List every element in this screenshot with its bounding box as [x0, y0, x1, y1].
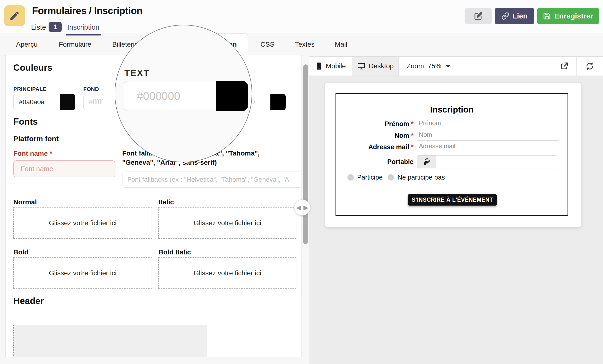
preview-card: Inscription Prénom * Prénom Nom * Nom Ad… [325, 83, 581, 227]
field-input-adresse-mail[interactable]: Adresse mail [417, 142, 559, 152]
app-logo [4, 5, 25, 26]
right-arrow-icon: ▶ [303, 204, 308, 211]
field-input-nom[interactable]: Nom [417, 131, 559, 141]
preview-form: Inscription Prénom * Prénom Nom * Nom Ad… [336, 93, 568, 216]
couleurs-heading: Couleurs [13, 63, 52, 73]
submit-button[interactable]: S'INSCRIRE À L'ÉVÉNEMENT [408, 194, 497, 206]
left-arrow-icon: ◀ [296, 204, 301, 211]
preview-area: Inscription Prénom * Prénom Nom * Nom Ad… [309, 76, 603, 364]
refresh-button[interactable] [576, 57, 603, 76]
tab-formulaire[interactable]: Formulaire [59, 33, 91, 55]
variant-normal-label: Normal [13, 198, 37, 206]
field-required-mark: * [411, 120, 414, 128]
tab-mail[interactable]: Mail [335, 33, 347, 55]
preview-toolbar: Mobile Desktop Zoom: 75% [309, 56, 603, 76]
desktop-toggle-button[interactable]: Desktop [352, 57, 399, 76]
text-color-swatch[interactable] [270, 94, 286, 110]
dropzone-header-image[interactable] [13, 325, 207, 357]
field-label-portable-text: Portable [387, 158, 414, 165]
field-required-mark: * [411, 132, 414, 139]
tab-textes[interactable]: Textes [295, 33, 315, 55]
principale-color-swatch[interactable] [60, 94, 75, 110]
mobile-toggle-button[interactable]: Mobile [309, 57, 352, 76]
font-name-label-text: Font name [13, 150, 48, 157]
tab-css[interactable]: CSS [260, 33, 275, 55]
font-name-required-mark: * [50, 150, 52, 157]
font-fallbacks-input[interactable] [122, 172, 302, 188]
dropzone-italic-text: Glissez votre fichier ici [194, 219, 261, 227]
app-header: Formulaires / Inscription Liste 1 Inscri… [0, 0, 603, 33]
desktop-toggle-label: Desktop [369, 62, 394, 70]
principale-label: PRINCIPALE [13, 86, 47, 92]
share-button[interactable] [552, 57, 576, 76]
save-button[interactable]: Enregistrer [537, 8, 599, 24]
pencil-icon [9, 10, 20, 21]
platform-font-subheading: Platform font [13, 135, 59, 143]
refresh-icon [586, 62, 594, 70]
dropzone-bold[interactable]: Glissez votre fichier ici [13, 257, 152, 289]
field-label-prenom-text: Prénom [385, 120, 409, 128]
field-required-mark: * [411, 143, 414, 151]
lien-button[interactable]: Lien [495, 8, 534, 24]
preview-form-title: Inscription [336, 105, 568, 115]
magnified-text-color-input [124, 81, 216, 111]
font-name-label: Font name * [13, 150, 52, 157]
field-label-nom: Nom * [336, 132, 414, 140]
field-input-prenom[interactable]: Prénom [417, 119, 559, 129]
radio-ne-participe-pas[interactable] [388, 174, 394, 181]
header-section-heading: Header [13, 296, 44, 306]
edit-button[interactable] [465, 8, 492, 24]
magnifier-overlay: TEXT [115, 25, 252, 162]
share-export-icon [560, 62, 568, 70]
smartphone-icon [316, 62, 322, 70]
dropzone-bold-italic[interactable]: Glissez votre fichier ici [158, 257, 296, 289]
dropzone-italic[interactable]: Glissez votre fichier ici [158, 207, 296, 239]
floppy-icon [543, 12, 551, 20]
chevron-down-icon [446, 65, 450, 68]
liste-count-badge: 1 [49, 22, 62, 32]
dropzone-bold-italic-text: Glissez votre fichier ici [194, 269, 261, 277]
magnified-text-color-swatch [216, 81, 248, 111]
variant-bold-label: Bold [13, 248, 28, 256]
radio-ne-participe-pas-label: Ne participe pas [397, 174, 445, 181]
fonts-heading: Fonts [13, 117, 38, 127]
toolbar-spacer [458, 57, 552, 76]
variant-bold-italic-label: Bold Italic [158, 248, 191, 256]
magnified-text-color-label: TEXT [124, 68, 150, 78]
variant-italic-label: Italic [158, 198, 174, 206]
field-input-portable[interactable] [417, 155, 557, 168]
phone-country-selector[interactable] [417, 155, 436, 168]
panel-split-handle[interactable]: ◀ ▶ [294, 200, 310, 215]
mobile-toggle-label: Mobile [326, 62, 346, 70]
edit-square-icon [474, 12, 483, 20]
vertical-scrollbar-thumb[interactable] [303, 64, 308, 244]
page-title: Formulaires / Inscription [32, 5, 142, 16]
radio-participe-label: Participe [357, 174, 383, 181]
dropzone-normal-text: Glissez votre fichier ici [49, 219, 117, 227]
field-label-prenom: Prénom * [336, 120, 414, 128]
dropzone-bold-text: Glissez votre fichier ici [49, 269, 117, 277]
field-label-portable: Portable [336, 158, 414, 166]
preview-panel: Mobile Desktop Zoom: 75% Inscriptio [309, 56, 603, 364]
breadcrumb-inscription[interactable]: Inscription [67, 23, 99, 31]
phone-globe-icon [422, 157, 431, 166]
font-name-input[interactable] [13, 160, 116, 177]
link-icon [501, 12, 509, 20]
monitor-icon [357, 62, 365, 70]
tab-apercu[interactable]: Aperçu [16, 33, 38, 55]
lien-button-label: Lien [513, 12, 528, 20]
field-label-adresse-mail-text: Adresse mail [368, 143, 409, 151]
radio-participe[interactable] [348, 174, 354, 181]
field-label-adresse-mail: Adresse mail * [336, 143, 414, 151]
fond-label: FOND [83, 86, 99, 92]
principale-color-input[interactable] [13, 94, 60, 110]
header-actions: Lien Enregistrer [465, 8, 599, 24]
zoom-select[interactable]: Zoom: 75% [399, 57, 458, 76]
zoom-select-label: Zoom: 75% [406, 62, 441, 70]
dropzone-normal[interactable]: Glissez votre fichier ici [13, 207, 152, 239]
field-label-nom-text: Nom [394, 132, 409, 139]
save-button-label: Enregistrer [554, 12, 593, 20]
breadcrumb-liste[interactable]: Liste [31, 23, 46, 31]
